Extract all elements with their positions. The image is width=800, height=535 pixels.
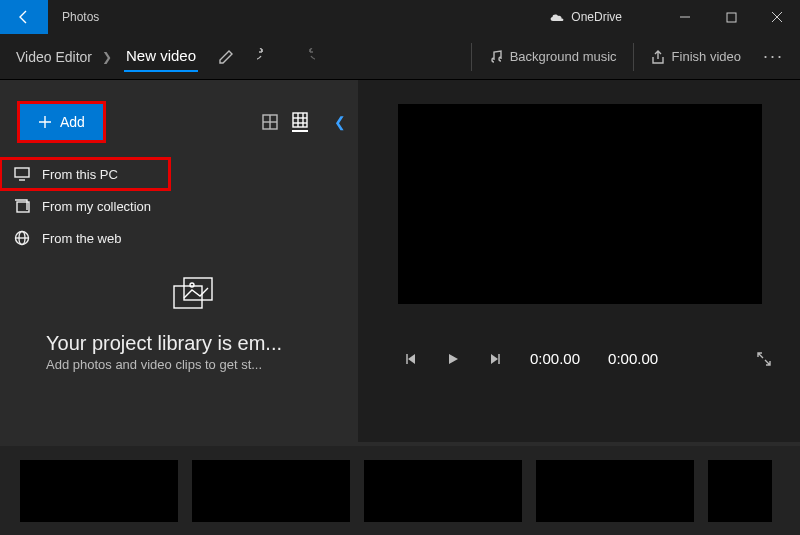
svg-point-18 (190, 283, 194, 287)
add-button[interactable]: Add (20, 104, 103, 140)
step-forward-icon (488, 352, 502, 366)
close-button[interactable] (754, 0, 800, 34)
step-back-icon (404, 352, 418, 366)
svg-rect-10 (15, 168, 29, 177)
grid-small-icon (262, 114, 278, 130)
music-icon (488, 49, 504, 65)
empty-subtitle: Add photos and video clips to get st... (46, 355, 342, 372)
globe-icon (14, 230, 30, 246)
chevron-right-icon: ❯ (98, 50, 116, 64)
storyboard-clip[interactable] (708, 460, 772, 522)
expand-icon (756, 351, 772, 367)
prev-frame-button[interactable] (404, 352, 418, 366)
pc-icon (14, 167, 30, 181)
redo-icon (297, 48, 315, 66)
app-title: Photos (48, 10, 99, 24)
library-empty-state: Your project library is em... Add photos… (46, 272, 342, 372)
time-elapsed: 0:00.00 (530, 350, 580, 367)
grid-large-icon (292, 112, 308, 128)
storyboard[interactable] (0, 442, 800, 535)
plus-icon (38, 115, 52, 129)
add-source-menu: From this PC From my collection From the… (0, 158, 358, 254)
time-total: 0:00.00 (608, 350, 658, 367)
play-button[interactable] (446, 352, 460, 366)
svg-rect-16 (174, 286, 202, 308)
minimize-button[interactable] (662, 0, 708, 34)
preview-pane: 0:00.00 0:00.00 (358, 80, 800, 442)
pencil-icon (217, 48, 235, 66)
cloud-icon (549, 12, 565, 22)
empty-title: Your project library is em... (46, 332, 342, 355)
storyboard-clip[interactable] (192, 460, 350, 522)
tab-current[interactable]: New video (124, 41, 198, 72)
rename-button[interactable] (206, 37, 246, 77)
next-frame-button[interactable] (488, 352, 502, 366)
undo-button[interactable] (246, 37, 286, 77)
breadcrumb-root[interactable]: Video Editor (10, 45, 98, 69)
video-preview[interactable] (398, 104, 762, 304)
svg-rect-1 (727, 13, 736, 22)
export-icon (650, 49, 666, 65)
menu-item-from-web[interactable]: From the web (0, 222, 358, 254)
project-library-pane: Add ❮ From this PC From my collection (0, 80, 358, 442)
collapse-library-button[interactable]: ❮ (334, 114, 346, 130)
library-empty-icon (170, 272, 218, 320)
menu-item-from-collection[interactable]: From my collection (0, 190, 358, 222)
play-icon (446, 352, 460, 366)
undo-icon (257, 48, 275, 66)
view-small-grid-button[interactable] (262, 114, 278, 130)
finish-video-button[interactable]: Finish video (640, 49, 751, 65)
redo-button[interactable] (286, 37, 326, 77)
svg-rect-5 (293, 113, 307, 127)
onedrive-status[interactable]: OneDrive (549, 10, 662, 24)
storyboard-clip[interactable] (364, 460, 522, 522)
storyboard-clip[interactable] (20, 460, 178, 522)
fullscreen-button[interactable] (756, 351, 772, 367)
more-button[interactable]: ··· (751, 46, 796, 67)
menu-item-from-pc[interactable]: From this PC (0, 158, 170, 190)
view-large-grid-button[interactable] (292, 112, 308, 132)
storyboard-clip[interactable] (536, 460, 694, 522)
back-button[interactable] (0, 0, 48, 34)
background-music-button[interactable]: Background music (478, 49, 627, 65)
collection-icon (14, 199, 30, 213)
maximize-button[interactable] (708, 0, 754, 34)
